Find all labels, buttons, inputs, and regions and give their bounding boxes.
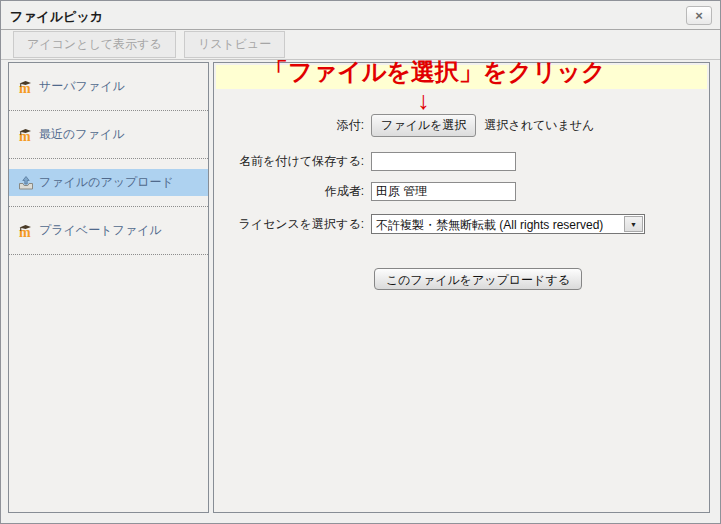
upload-this-file-button[interactable]: このファイルをアップロードする bbox=[374, 268, 582, 290]
moodle-m-icon: m bbox=[18, 223, 34, 239]
sidebar-item-recent-files[interactable]: m 最近のファイル bbox=[9, 111, 208, 159]
moodle-m-icon: m bbox=[18, 127, 34, 143]
list-view-button[interactable]: リストビュー bbox=[184, 31, 285, 58]
choose-file-button[interactable]: ファイルを選択 bbox=[371, 114, 476, 137]
license-label: ライセンスを選択する: bbox=[214, 216, 371, 233]
titlebar: ファイルピッカ × bbox=[1, 1, 720, 30]
save-as-label: 名前を付けて保存する: bbox=[214, 153, 371, 170]
sidebar-item-label: ファイルのアップロード bbox=[39, 174, 174, 191]
sidebar-item-label: サーバファイル bbox=[39, 78, 125, 95]
save-as-input[interactable] bbox=[371, 152, 516, 171]
icon-view-button[interactable]: アイコンとして表示する bbox=[13, 31, 176, 58]
save-as-row: 名前を付けて保存する: bbox=[214, 152, 516, 171]
license-select[interactable]: 不許複製・禁無断転載 (All rights reserved) ▼ bbox=[371, 214, 645, 234]
attachment-row: 添付: ファイルを選択 選択されていません bbox=[214, 114, 594, 137]
sidebar-item-private-files[interactable]: m プライベートファイル bbox=[9, 207, 208, 255]
author-input[interactable] bbox=[371, 182, 516, 201]
file-status-text: 選択されていません bbox=[484, 117, 594, 134]
moodle-m-icon: m bbox=[18, 79, 34, 95]
upload-tray-icon bbox=[18, 175, 34, 191]
sidebar-item-server-files[interactable]: m サーバファイル bbox=[9, 63, 208, 111]
sidebar-item-upload-file[interactable]: ファイルのアップロード bbox=[9, 159, 208, 207]
attachment-label: 添付: bbox=[214, 117, 371, 134]
license-row: ライセンスを選択する: 不許複製・禁無断転載 (All rights reser… bbox=[214, 214, 645, 234]
sidebar-item-label: 最近のファイル bbox=[39, 126, 124, 143]
annotation-text: 「ファイルを選択」をクリック bbox=[264, 56, 606, 88]
annotation-down-arrow-icon: ↓ bbox=[417, 88, 430, 113]
close-icon[interactable]: × bbox=[686, 6, 712, 25]
upload-panel: 「ファイルを選択」をクリック ↓ 添付: ファイルを選択 選択されていません 名… bbox=[213, 62, 710, 513]
author-row: 作成者: bbox=[214, 182, 516, 201]
sidebar-item-label: プライベートファイル bbox=[39, 222, 162, 239]
file-picker-dialog: ファイルピッカ × アイコンとして表示する リストビュー m サーバファイル bbox=[0, 0, 721, 524]
dropdown-arrow-icon[interactable]: ▼ bbox=[624, 216, 643, 232]
author-label: 作成者: bbox=[214, 183, 371, 200]
license-selected-option: 不許複製・禁無断転載 (All rights reserved) bbox=[372, 215, 623, 233]
dialog-title: ファイルピッカ bbox=[10, 8, 103, 26]
repository-sidebar: m サーバファイル m 最近のファイル bbox=[8, 62, 209, 513]
